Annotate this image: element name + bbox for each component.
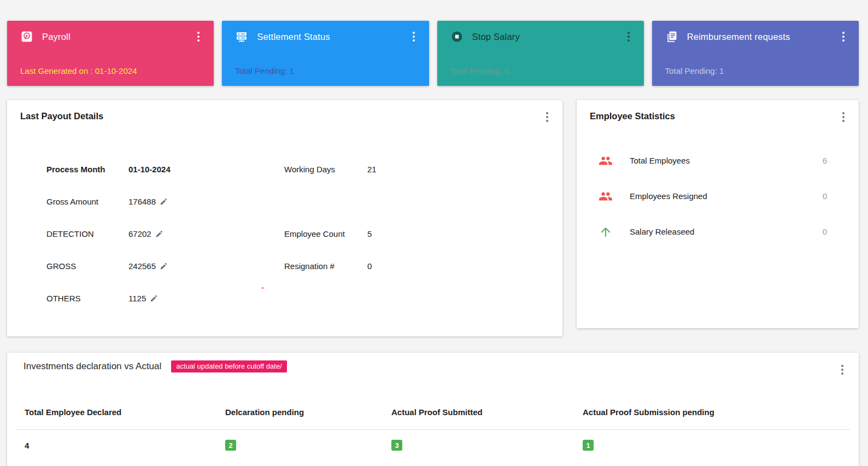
payroll-card-header: Payroll (20, 30, 201, 43)
people-icon (599, 154, 613, 168)
settlement-card-title: Settlement Status (257, 32, 330, 42)
field-value: 0 (367, 250, 562, 282)
employee-statistics-card: Employee Statistics Total Employees 6 E (577, 100, 859, 328)
kebab-menu-icon[interactable] (545, 111, 549, 123)
server-icon (235, 30, 248, 43)
investments-declaration-card: Investments declaration vs Actual actual… (7, 353, 859, 466)
reimbursement-total-pending: Total Pending: 1 (665, 66, 846, 75)
kebab-menu-icon[interactable] (626, 31, 631, 43)
reimbursement-card-title: Reimbursement requests (687, 32, 790, 42)
declaration-pending-badge[interactable]: 2 (225, 440, 236, 451)
field-value-editable: 242565 (128, 250, 284, 282)
documents-icon (665, 30, 678, 43)
field-label: Working Days (284, 153, 367, 185)
settlement-status-card[interactable]: Settlement Status Total Pending: 1 (222, 21, 429, 86)
payout-fields: Process Month 01-10-2024 Working Days 21… (46, 153, 562, 314)
investments-table: Total Employee Declared Delcaration pend… (16, 394, 850, 461)
last-payout-title: Last Payout Details (20, 111, 103, 121)
edit-icon[interactable] (150, 294, 158, 302)
stat-row-salary-released: Salary Releaseed 0 (577, 214, 859, 249)
investments-table-header: Total Employee Declared Delcaration pend… (16, 394, 850, 430)
dashboard: Payroll Last Generated on : 01-10-2024 (0, 0, 868, 466)
kebab-menu-icon[interactable] (196, 31, 201, 43)
stat-value: 6 (823, 156, 827, 165)
stat-label: Employees Resigned (630, 191, 707, 201)
people-icon (599, 189, 613, 203)
field-value: 67202 (128, 229, 151, 238)
payroll-card-title: Payroll (42, 32, 71, 42)
investments-table-row: 4 2 3 1 (16, 430, 850, 461)
field-label: DETECTION (46, 218, 128, 250)
edit-icon[interactable] (160, 262, 168, 270)
total-declared-value: 4 (25, 441, 29, 450)
field-value: 5 (367, 218, 562, 250)
investments-title: Investments declaration vs Actual (24, 359, 161, 374)
edit-icon[interactable] (155, 230, 163, 238)
field-value-editable: 67202 (128, 218, 284, 250)
stop-salary-card-title: Stop Salary (472, 32, 520, 42)
red-dot-marker (262, 287, 263, 289)
field-label: Process Month (46, 153, 128, 185)
settlement-card-header: Settlement Status (235, 30, 415, 43)
stop-salary-total-pending: Total Pending: 0 (450, 66, 631, 75)
arrow-up-icon (599, 225, 613, 239)
field-label: Resignation # (284, 250, 367, 282)
kebab-menu-icon[interactable] (841, 111, 846, 123)
payroll-last-generated: Last Generated on : 01-10-2024 (20, 66, 201, 75)
cutoff-date-badge: actual updated before cutoff date/ (171, 360, 286, 372)
field-label: GROSS (46, 250, 128, 282)
stat-row-employees-resigned: Employees Resigned 0 (577, 178, 859, 214)
kebab-menu-icon[interactable] (840, 364, 844, 376)
field-value: 242565 (128, 261, 156, 271)
kebab-menu-icon[interactable] (841, 31, 846, 43)
settlement-total-pending: Total Pending: 1 (235, 66, 415, 75)
field-value: 01-10-2024 (128, 153, 284, 185)
field-label: OTHERS (46, 282, 128, 314)
employee-statistics-title: Employee Statistics (590, 111, 675, 121)
field-value: 176488 (128, 197, 156, 206)
payroll-disk-icon (20, 30, 33, 43)
reimbursement-card-header: Reimbursement requests (665, 30, 846, 43)
last-payout-details-card: Last Payout Details Process Month 01-10-… (7, 100, 562, 336)
column-header: Total Employee Declared (16, 394, 216, 429)
proof-pending-badge[interactable]: 1 (583, 440, 594, 451)
stat-label: Salary Releaseed (630, 227, 694, 236)
stat-value: 0 (823, 191, 827, 201)
column-header: Delcaration pending (216, 394, 383, 429)
stop-icon (450, 30, 464, 43)
field-value-editable: 1125 (128, 282, 284, 314)
column-header: Actual Proof Submitted (383, 394, 574, 429)
kebab-menu-icon[interactable] (412, 31, 416, 43)
edit-icon[interactable] (160, 197, 168, 206)
stat-value: 0 (823, 227, 827, 236)
payroll-card[interactable]: Payroll Last Generated on : 01-10-2024 (7, 21, 214, 86)
stat-label: Total Employees (630, 156, 690, 165)
reimbursement-requests-card[interactable]: Reimbursement requests Total Pending: 1 (652, 21, 859, 86)
field-value: 1125 (128, 294, 146, 303)
stop-salary-card[interactable]: Stop Salary Total Pending: 0 (437, 21, 644, 86)
field-value: 21 (367, 153, 562, 185)
proof-submitted-badge[interactable]: 3 (391, 440, 402, 451)
field-value-editable: 176488 (128, 185, 284, 218)
summary-cards-row: Payroll Last Generated on : 01-10-2024 (7, 21, 859, 86)
column-header: Actual Proof Submission pending (574, 394, 850, 429)
field-label: Gross Amount (46, 185, 128, 218)
field-label: Employee Count (284, 218, 367, 250)
stop-salary-card-header: Stop Salary (450, 30, 631, 43)
stat-row-total-employees: Total Employees 6 (577, 143, 859, 178)
